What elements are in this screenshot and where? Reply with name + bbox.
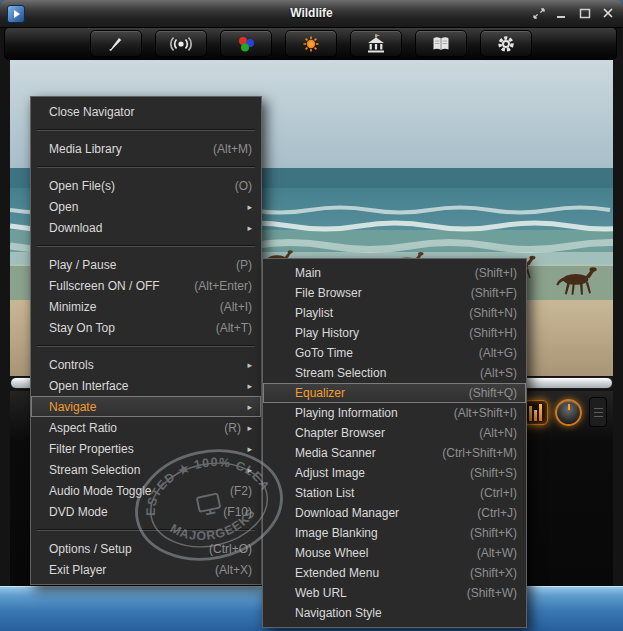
media-library-icon[interactable] <box>350 30 402 57</box>
menu-item[interactable]: Media Library (Alt+M) <box>31 138 261 159</box>
titlebar[interactable]: Wildlife <box>0 0 623 28</box>
menu-item-label: Media Library <box>49 142 195 156</box>
menu-item[interactable]: Close Navigator <box>31 101 261 122</box>
menu-item-shortcut: (F2) <box>230 484 252 498</box>
menu-item[interactable]: Stream Selection ▸ <box>31 459 261 480</box>
menu-item[interactable]: Controls ▸ <box>31 354 261 375</box>
menu-item-shortcut: (Ctrl+O) <box>209 542 252 556</box>
menu-separator <box>37 129 255 131</box>
menu-item-label: Stream Selection <box>295 366 462 380</box>
menu-item-shortcut: (Shift+X) <box>470 566 517 580</box>
menu-item[interactable]: Playing Information (Alt+Shift+I) <box>263 403 526 423</box>
menu-item[interactable]: DVD Mode (F10) <box>31 501 261 522</box>
menu-item[interactable]: Minimize (Alt+I) <box>31 296 261 317</box>
skin-brush-icon[interactable] <box>90 30 142 57</box>
menu-item[interactable]: Chapter Browser (Alt+N) <box>263 423 526 443</box>
menu-item-label: Chapter Browser <box>295 426 461 440</box>
menu-item[interactable]: Image Blanking (Shift+K) <box>263 523 526 543</box>
menu-item[interactable]: Web URL (Shift+W) <box>263 583 526 603</box>
menu-item[interactable]: Stream Selection (Alt+S) <box>263 363 526 383</box>
menu-item-shortcut: (Shift+Q) <box>469 386 517 400</box>
submenu-arrow-icon: ▸ <box>241 444 252 454</box>
menu-item-shortcut: (O) <box>235 179 252 193</box>
settings-gear-icon[interactable] <box>480 30 532 57</box>
menu-item[interactable]: Extended Menu (Shift+X) <box>263 563 526 583</box>
menu-item-shortcut: (Alt+N) <box>479 426 517 440</box>
menu-item-label: Stay On Top <box>49 321 198 335</box>
menu-item[interactable]: Filter Properties ▸ <box>31 438 261 459</box>
menu-item[interactable]: Open ▸ <box>31 196 261 217</box>
menu-item[interactable]: Media Scanner (Ctrl+Shift+M) <box>263 443 526 463</box>
menu-item-shortcut: (Shift+F) <box>471 286 517 300</box>
menu-item[interactable]: Open Interface ▸ <box>31 375 261 396</box>
menu-item[interactable]: File Browser (Shift+F) <box>263 283 526 303</box>
menu-item[interactable]: Adjust Image (Shift+S) <box>263 463 526 483</box>
submenu-arrow-icon: ▸ <box>241 402 252 412</box>
menu-item-shortcut: (Ctrl+I) <box>480 486 517 500</box>
menu-item-label: Options / Setup <box>49 542 191 556</box>
menu-item-shortcut: (Alt+Enter) <box>194 279 252 293</box>
submenu-arrow-icon: ▸ <box>241 381 252 391</box>
menu-item-label: Navigation Style <box>295 606 499 620</box>
menu-item[interactable]: Exit Player (Alt+X) <box>31 559 261 580</box>
menu-item-shortcut: (Alt+G) <box>479 346 517 360</box>
menu-item[interactable]: Fullscreen ON / OFF (Alt+Enter) <box>31 275 261 296</box>
window-buttons <box>530 6 617 21</box>
menu-item-shortcut: (Alt+X) <box>215 563 252 577</box>
menu-separator <box>37 245 255 247</box>
menu-item-label: Station List <box>295 486 462 500</box>
menu-item-shortcut: (Alt+W) <box>477 546 517 560</box>
maximize-icon[interactable] <box>576 6 594 21</box>
navigator-menu: Close Navigator Media Library (Alt+M) Op… <box>30 96 262 585</box>
menu-item-label: Extended Menu <box>295 566 452 580</box>
menu-item-shortcut: (F10) <box>223 505 252 519</box>
menu-item[interactable]: Navigate ▸ <box>31 396 261 417</box>
menu-item[interactable]: Download Manager (Ctrl+J) <box>263 503 526 523</box>
menu-item-label: GoTo Time <box>295 346 461 360</box>
seek-knob-icon[interactable] <box>555 399 582 426</box>
minimize-icon[interactable] <box>553 6 571 21</box>
menu-item[interactable]: Main (Shift+I) <box>263 263 526 283</box>
menu-item[interactable]: Equalizer (Shift+Q) <box>263 383 526 403</box>
menu-item[interactable]: Options / Setup (Ctrl+O) <box>31 538 261 559</box>
menu-item[interactable]: Aspect Ratio (R) ▸ <box>31 417 261 438</box>
menu-item-label: Stream Selection <box>49 463 223 477</box>
menu-item[interactable]: Station List (Ctrl+I) <box>263 483 526 503</box>
menu-item-shortcut: (Shift+S) <box>470 466 517 480</box>
menu-item-shortcut: (R) <box>224 421 241 435</box>
submenu-arrow-icon: ▸ <box>241 423 252 433</box>
menu-item-label: Download <box>49 221 223 235</box>
menu-item[interactable]: Playlist (Shift+N) <box>263 303 526 323</box>
menu-item-shortcut: (Shift+W) <box>467 586 517 600</box>
main-toolbar <box>4 27 617 60</box>
menu-item-label: Playing Information <box>295 406 436 420</box>
menu-item-shortcut: (Shift+I) <box>475 266 517 280</box>
menu-item-label: Download Manager <box>295 506 459 520</box>
color-controls-icon[interactable] <box>220 30 272 57</box>
menu-item-shortcut: (Alt+T) <box>216 321 252 335</box>
menu-item[interactable]: Play / Pause (P) <box>31 254 261 275</box>
menu-item-label: Main <box>295 266 457 280</box>
menu-item[interactable]: Play History (Shift+H) <box>263 323 526 343</box>
brightness-icon[interactable] <box>285 30 337 57</box>
close-icon[interactable] <box>599 6 617 21</box>
fullscreen-icon[interactable] <box>530 6 548 21</box>
menu-item[interactable]: GoTo Time (Alt+G) <box>263 343 526 363</box>
menu-item-label: Image Blanking <box>295 526 452 540</box>
menu-item[interactable]: Download ▸ <box>31 217 261 238</box>
grip-button-icon[interactable] <box>589 397 607 427</box>
menu-separator <box>37 166 255 168</box>
menu-item[interactable]: Open File(s) (O) <box>31 175 261 196</box>
menu-item[interactable]: Navigation Style <box>263 603 526 623</box>
menu-item-label: Web URL <box>295 586 449 600</box>
playlist-book-icon[interactable] <box>415 30 467 57</box>
menu-item[interactable]: Stay On Top (Alt+T) <box>31 317 261 338</box>
menu-item-label: Open Interface <box>49 379 223 393</box>
menu-item[interactable]: Audio Mode Toggle (F2) <box>31 480 261 501</box>
screen: Wildlife <box>0 0 623 631</box>
menu-item[interactable]: Mouse Wheel (Alt+W) <box>263 543 526 563</box>
menu-item-label: Playlist <box>295 306 451 320</box>
menu-item-label: Navigate <box>49 400 223 414</box>
broadcast-icon[interactable] <box>155 30 207 57</box>
menu-item-label: Mouse Wheel <box>295 546 459 560</box>
